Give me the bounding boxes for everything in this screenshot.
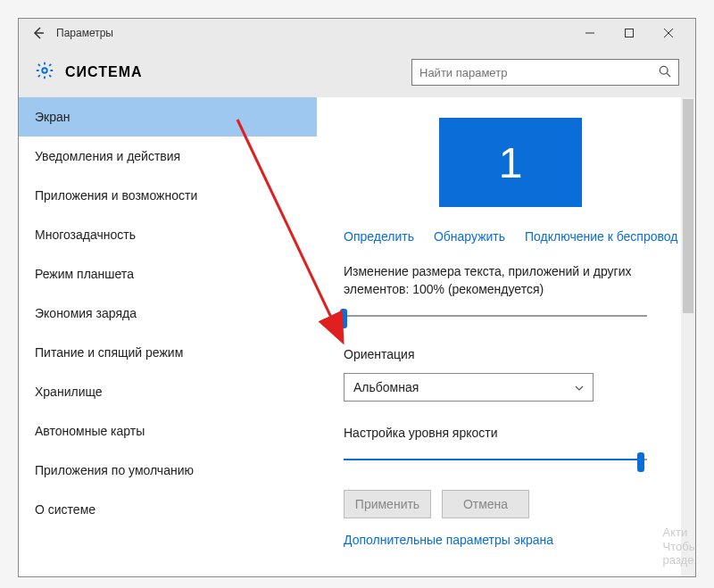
sidebar-item-label: Питание и спящий режим (35, 345, 183, 360)
watermark-line: Акти (663, 526, 696, 540)
watermark-line: разде. (663, 553, 696, 567)
orientation-label: Ориентация (344, 346, 677, 364)
body: Экран Уведомления и действия Приложения … (19, 97, 695, 576)
svg-point-5 (660, 66, 668, 74)
close-button[interactable] (649, 19, 688, 47)
sidebar-item-battery-saver[interactable]: Экономия заряда (19, 294, 317, 333)
detect-link[interactable]: Определить (344, 229, 414, 244)
wireless-link[interactable]: Подключение к беспровод (525, 229, 677, 244)
sidebar-item-label: Режим планшета (35, 267, 134, 281)
brightness-slider[interactable] (344, 451, 647, 468)
sidebar-item-storage[interactable]: Хранилище (19, 372, 317, 411)
monitor-number: 1 (499, 138, 523, 187)
slider-thumb[interactable] (340, 309, 347, 328)
sidebar-item-display[interactable]: Экран (19, 97, 317, 137)
maximize-button[interactable] (610, 19, 649, 47)
search-box[interactable] (411, 59, 679, 86)
sidebar: Экран Уведомления и действия Приложения … (19, 97, 317, 576)
button-label: Отмена (463, 497, 508, 511)
svg-point-4 (42, 68, 47, 73)
minimize-button[interactable] (570, 19, 610, 47)
orientation-value: Альбомная (353, 380, 419, 394)
sidebar-item-tablet-mode[interactable]: Режим планшета (19, 254, 317, 294)
sidebar-item-multitasking[interactable]: Многозадачность (19, 215, 317, 254)
sidebar-item-label: Приложения по умолчанию (35, 463, 194, 477)
sidebar-item-apps[interactable]: Приложения и возможности (19, 176, 317, 215)
advanced-display-link[interactable]: Дополнительные параметры экрана (344, 533, 677, 547)
section-title: СИСТЕМА (65, 64, 143, 80)
sidebar-item-label: Экран (35, 110, 71, 124)
content-scrollbar[interactable] (681, 97, 695, 576)
slider-fill (344, 459, 641, 460)
titlebar: Параметры (19, 19, 695, 47)
chevron-down-icon (575, 382, 584, 393)
sidebar-item-label: Приложения и возможности (35, 188, 197, 203)
gear-icon (35, 61, 54, 84)
scrollbar-thumb[interactable] (683, 99, 693, 313)
content-pane: 1 Определить Обнаружить Подключение к бе… (317, 97, 695, 576)
button-label: Применить (355, 497, 419, 511)
search-input[interactable] (419, 66, 659, 79)
scale-label: Изменение размера текста, приложений и д… (344, 263, 677, 298)
sidebar-item-label: Хранилище (35, 385, 103, 399)
sidebar-item-label: Уведомления и действия (35, 149, 180, 163)
search-icon (659, 65, 671, 80)
cancel-button[interactable]: Отмена (442, 490, 529, 518)
brightness-label: Настройка уровня яркости (344, 425, 677, 443)
svg-rect-1 (626, 29, 634, 37)
orientation-select[interactable]: Альбомная (344, 373, 594, 402)
window-title: Параметры (56, 27, 113, 39)
sidebar-item-label: Многозадачность (35, 228, 136, 242)
scale-slider[interactable] (344, 307, 647, 325)
sidebar-item-default-apps[interactable]: Приложения по умолчанию (19, 451, 317, 490)
watermark-line: Чтобь (663, 540, 696, 554)
slider-thumb[interactable] (637, 452, 644, 472)
apply-cancel-row: Применить Отмена (344, 490, 677, 518)
sidebar-item-label: О системе (35, 502, 95, 517)
apply-button[interactable]: Применить (344, 490, 431, 518)
header: СИСТЕМА (19, 47, 695, 97)
display-action-links: Определить Обнаружить Подключение к бесп… (344, 229, 677, 244)
sidebar-item-label: Автономные карты (35, 424, 145, 438)
back-button[interactable] (26, 21, 51, 46)
sidebar-item-offline-maps[interactable]: Автономные карты (19, 411, 317, 451)
sidebar-item-notifications[interactable]: Уведомления и действия (19, 137, 317, 176)
sidebar-item-label: Экономия заряда (35, 306, 137, 320)
monitor-preview[interactable]: 1 (359, 113, 662, 211)
sidebar-item-power-sleep[interactable]: Питание и спящий режим (19, 333, 317, 372)
settings-window: Параметры СИСТЕМА Экр (18, 18, 696, 577)
svg-line-6 (667, 73, 670, 77)
slider-track (344, 315, 647, 317)
monitor-1[interactable]: 1 (439, 118, 582, 207)
sidebar-item-about[interactable]: О системе (19, 490, 317, 529)
identify-link[interactable]: Обнаружить (434, 229, 505, 244)
activation-watermark: Акти Чтобь разде. (663, 526, 696, 567)
